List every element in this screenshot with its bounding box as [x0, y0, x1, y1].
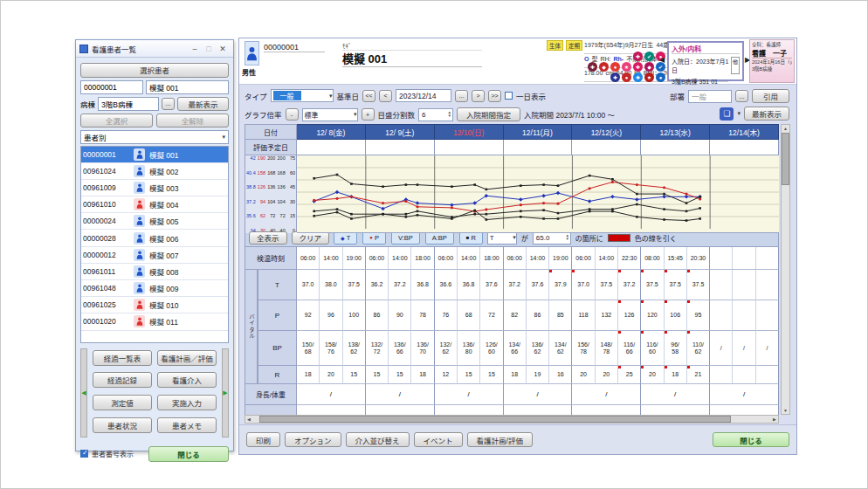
bottom-button[interactable]: 介入並び替え: [346, 432, 410, 447]
value-cell[interactable]: 38.0: [320, 270, 342, 300]
patient-row[interactable]: 00961010模擬 004: [81, 196, 228, 213]
nav-button[interactable]: 看護計画／評価: [157, 350, 217, 366]
value-cell[interactable]: 15: [366, 366, 389, 384]
patient-row[interactable]: 00000001模擬 001: [81, 147, 228, 163]
value-cell[interactable]: 132/ 72: [366, 331, 389, 366]
value-cell[interactable]: 72: [480, 300, 503, 331]
value-cell[interactable]: 85: [549, 300, 572, 331]
patient-row[interactable]: 00961048模擬 009: [81, 280, 228, 297]
nav-page-left[interactable]: ◀: [80, 348, 87, 437]
eval-cell[interactable]: [366, 140, 435, 155]
nav-button[interactable]: 測定値: [93, 395, 152, 410]
value-cell[interactable]: 19:00: [343, 247, 366, 270]
value-cell[interactable]: 68: [458, 300, 480, 331]
nav-button[interactable]: 経過一覧表: [93, 350, 152, 366]
divisions-stepper[interactable]: 6 ▲▼: [418, 108, 453, 121]
value-cell[interactable]: [710, 366, 733, 384]
bottom-button[interactable]: 看護計画/評価: [467, 432, 533, 447]
minimize-button[interactable]: –: [188, 45, 202, 53]
value-cell[interactable]: 36.6: [435, 270, 458, 300]
value-cell[interactable]: 18:00: [411, 247, 434, 270]
date-next2-button[interactable]: >>: [488, 90, 501, 102]
value-cell[interactable]: 76: [435, 300, 458, 331]
value-cell[interactable]: 37.2: [389, 270, 411, 300]
select-all-button[interactable]: 全選択: [80, 114, 153, 127]
value-cell[interactable]: 15: [343, 366, 366, 384]
value-cell[interactable]: 14:00: [320, 247, 342, 270]
type-select[interactable]: 一般▾: [271, 89, 334, 102]
prev-admission-arrow[interactable]: ◀: [659, 56, 665, 64]
value-cell[interactable]: 25: [618, 366, 641, 384]
value-cell[interactable]: 86: [366, 300, 389, 331]
value-cell[interactable]: [756, 270, 779, 300]
patient-row[interactable]: 00000012模擬 007: [81, 247, 228, 264]
other-button[interactable]: 他: [731, 57, 740, 74]
value-cell[interactable]: 158/ 76: [320, 331, 342, 366]
value-cell[interactable]: 37.5: [343, 270, 366, 300]
eval-cell[interactable]: [572, 140, 641, 155]
value-cell[interactable]: 20:30: [687, 247, 710, 270]
nav-button[interactable]: 患者状況: [93, 417, 152, 433]
patient-row[interactable]: 00001020模擬 011: [81, 313, 228, 330]
value-cell[interactable]: 06:00: [504, 247, 527, 270]
value-cell[interactable]: 116/ 66: [618, 331, 641, 366]
close-icon[interactable]: ✕: [216, 45, 230, 53]
value-cell[interactable]: 136/ 70: [411, 331, 434, 366]
eval-cell[interactable]: [710, 140, 779, 155]
value-cell[interactable]: 37.5: [665, 270, 687, 300]
value-cell[interactable]: 14:00: [596, 247, 618, 270]
quote-button[interactable]: 引用: [752, 89, 789, 103]
value-cell[interactable]: 100: [343, 300, 366, 331]
height-weight-cell[interactable]: /: [641, 384, 710, 405]
value-cell[interactable]: 134/ 66: [504, 331, 527, 366]
show-patient-number-checkbox[interactable]: ✓: [80, 450, 88, 458]
value-cell[interactable]: 134/ 62: [549, 331, 572, 366]
selected-patient-id-field[interactable]: 00000001: [80, 80, 143, 94]
value-cell[interactable]: 06:00: [297, 247, 320, 270]
value-cell[interactable]: 06:00: [572, 247, 595, 270]
date-more-button[interactable]: ...: [455, 90, 468, 102]
value-cell[interactable]: 20: [320, 366, 342, 384]
nav-button[interactable]: 実施入力: [157, 395, 217, 410]
value-cell[interactable]: 14:00: [389, 247, 411, 270]
value-cell[interactable]: 78: [411, 300, 434, 331]
nav-button[interactable]: 患者メモ: [157, 417, 217, 433]
patient-row[interactable]: 00961009模擬 003: [81, 180, 228, 196]
date-next-button[interactable]: >: [472, 90, 485, 102]
value-cell[interactable]: 106: [665, 300, 687, 331]
date-prev2-button[interactable]: <<: [362, 90, 375, 102]
value-cell[interactable]: 12: [435, 366, 458, 384]
eval-cell[interactable]: [297, 140, 366, 155]
date-header-cell[interactable]: 12/12(火): [572, 124, 641, 140]
patient-row[interactable]: 00000024模擬 005: [81, 213, 228, 230]
bottom-button[interactable]: オプション: [285, 432, 341, 447]
value-cell[interactable]: 20: [641, 366, 664, 384]
value-cell[interactable]: 36.8: [411, 270, 434, 300]
date-header-cell[interactable]: 12/13(水): [641, 124, 710, 140]
value-cell[interactable]: 126: [618, 300, 641, 331]
refresh-button[interactable]: 最新表示: [177, 97, 229, 111]
patient-row[interactable]: 00961025模擬 010: [81, 297, 228, 313]
value-cell[interactable]: 136/ 80: [458, 331, 480, 366]
height-weight-cell[interactable]: /: [435, 384, 504, 405]
value-cell[interactable]: 36.8: [458, 270, 480, 300]
value-cell[interactable]: [710, 300, 733, 331]
value-cell[interactable]: [756, 300, 779, 331]
date-prev-button[interactable]: <: [379, 90, 392, 102]
show-all-button[interactable]: 全表示: [249, 231, 287, 244]
height-weight-cell[interactable]: /: [710, 384, 779, 405]
zoom-select[interactable]: 標準▾: [302, 108, 358, 121]
value-cell[interactable]: 37.6: [527, 270, 549, 300]
ward-field[interactable]: 3階B病棟: [98, 97, 159, 111]
value-cell[interactable]: 90: [389, 300, 411, 331]
value-cell[interactable]: 19:00: [549, 247, 572, 270]
ward-browse-button[interactable]: ...: [162, 98, 175, 110]
value-cell[interactable]: 14:00: [527, 247, 549, 270]
height-weight-cell[interactable]: /: [366, 384, 435, 405]
date-header-cell[interactable]: 12/11(月): [504, 124, 573, 140]
note-icon[interactable]: ❏: [720, 107, 734, 121]
value-cell[interactable]: 110/ 62: [687, 331, 710, 366]
dept-browse-button[interactable]: ...: [735, 90, 748, 102]
value-cell[interactable]: 37.5: [641, 270, 664, 300]
date-header-cell[interactable]: 12/ 9(土): [366, 124, 435, 140]
